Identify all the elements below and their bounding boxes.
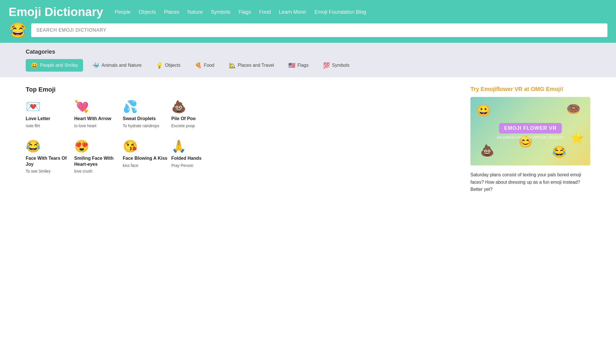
site-title: Emoji Dictionary <box>9 5 103 19</box>
emoji-card-7[interactable]: 🙏Folded HandsPray Person <box>171 139 217 175</box>
promo-float-emoji-4: ⭐ <box>570 131 584 145</box>
category-btn-0[interactable]: 😀People and Smiley <box>26 59 83 72</box>
category-label-1: Animals and Nature <box>101 63 142 68</box>
emoji-name-5: Smiling Face With Heart-eyes <box>74 155 120 167</box>
nav-learn[interactable]: Learn More! <box>279 9 307 15</box>
category-label-6: Symbols <box>332 63 349 68</box>
emoji-tags-0: note flirt <box>26 123 40 129</box>
emoji-icon-0: 💌 <box>26 100 41 114</box>
promo-title: Try Emojiflower VR at OMG Emoji! <box>470 86 590 92</box>
emoji-card-5[interactable]: 😍Smiling Face With Heart-eyeslove crush <box>74 139 120 175</box>
site-header: Emoji Dictionary PeopleObjectsPlacesNatu… <box>0 0 616 43</box>
emoji-name-6: Face Blowing A Kiss <box>123 155 167 161</box>
category-btn-2[interactable]: 💡Objects <box>151 59 186 72</box>
promo-float-emoji-3: 😂 <box>552 145 566 159</box>
category-btn-5[interactable]: 🇺🇸Flags <box>283 59 314 72</box>
category-label-2: Objects <box>165 63 180 68</box>
category-label-4: Places and Travel <box>238 63 274 68</box>
category-icon-1: 🐳 <box>92 62 99 69</box>
nav-places[interactable]: Places <box>164 9 180 15</box>
emoji-name-7: Folded Hands <box>171 155 202 161</box>
emoji-tags-1: to love heart <box>74 123 96 129</box>
category-label-0: People and Smiley <box>40 63 78 68</box>
category-btn-3[interactable]: 🍕Food <box>190 59 219 72</box>
emoji-name-4: Face With Tears Of Joy <box>26 155 71 167</box>
emoji-tags-6: kiss face <box>123 163 138 169</box>
emoji-tags-2: To hydrate raindrops <box>123 123 159 129</box>
category-icon-4: 🏡 <box>229 62 236 69</box>
emoji-name-0: Love Letter <box>26 116 50 122</box>
promo-label: EMOJI FLOWER VR <box>499 123 562 134</box>
emoji-icon-4: 😂 <box>26 139 41 153</box>
emoji-name-2: Sweat Droplets <box>123 116 156 122</box>
nav-people[interactable]: People <box>114 9 130 15</box>
nav-nature[interactable]: Nature <box>188 9 203 15</box>
nav-blog[interactable]: Emoji Foundation Blog <box>315 9 366 15</box>
emoji-tags-4: To see Smiley <box>26 168 51 174</box>
nav-food[interactable]: Food <box>259 9 271 15</box>
category-icon-3: 🍕 <box>195 62 202 69</box>
emoji-card-2[interactable]: 💦Sweat DropletsTo hydrate raindrops <box>123 100 168 129</box>
categories-list: 😀People and Smiley🐳Animals and Nature💡Ob… <box>26 59 590 72</box>
logo-emoji: 😂 <box>9 23 27 38</box>
nav-symbols[interactable]: Symbols <box>211 9 231 15</box>
promo-sublabel: AN EMOJI GAME IN VIRTUAL REALITY <box>497 135 564 139</box>
category-icon-0: 😀 <box>31 62 38 69</box>
emoji-name-3: Pile Of Poo <box>171 116 196 122</box>
promo-float-emoji-0: 😀 <box>476 104 491 117</box>
emoji-icon-5: 😍 <box>74 139 89 153</box>
search-input[interactable] <box>31 23 607 37</box>
main-content: Top Emoji 💌Love Letternote flirt💘Heart W… <box>0 77 616 205</box>
category-icon-2: 💡 <box>156 62 163 69</box>
emoji-icon-2: 💦 <box>123 100 138 114</box>
emoji-tags-7: Pray Person <box>171 163 193 169</box>
category-icon-5: 🇺🇸 <box>288 62 295 69</box>
emoji-icon-3: 💩 <box>171 100 186 114</box>
emoji-card-3[interactable]: 💩Pile Of PooExcrete poop <box>171 100 217 129</box>
emoji-grid: 💌Love Letternote flirt💘Heart With Arrowt… <box>26 100 459 174</box>
promo-float-emoji-2: 💩 <box>480 144 494 157</box>
category-label-3: Food <box>204 63 214 68</box>
emoji-card-6[interactable]: 😘Face Blowing A Kisskiss face <box>123 139 168 175</box>
emoji-tags-5: love crush <box>74 168 92 174</box>
promo-image[interactable]: EMOJI FLOWER VR AN EMOJI GAME IN VIRTUAL… <box>470 97 590 165</box>
emoji-section: Top Emoji 💌Love Letternote flirt💘Heart W… <box>26 86 459 193</box>
emoji-tags-3: Excrete poop <box>171 123 195 129</box>
category-icon-6: 💯 <box>323 62 330 69</box>
emoji-icon-6: 😘 <box>123 139 138 153</box>
category-btn-4[interactable]: 🏡Places and Travel <box>224 59 279 72</box>
categories-title: Catagories <box>26 48 590 55</box>
sidebar: Try Emojiflower VR at OMG Emoji! EMOJI F… <box>470 86 590 193</box>
promo-image-inner: EMOJI FLOWER VR AN EMOJI GAME IN VIRTUAL… <box>470 97 590 165</box>
emoji-name-1: Heart With Arrow <box>74 116 111 122</box>
categories-section: Catagories 😀People and Smiley🐳Animals an… <box>0 43 616 77</box>
emoji-card-1[interactable]: 💘Heart With Arrowto love heart <box>74 100 120 129</box>
emoji-icon-7: 🙏 <box>171 139 186 153</box>
emoji-icon-1: 💘 <box>74 100 89 114</box>
nav-flags[interactable]: Flags <box>239 9 251 15</box>
nav-objects[interactable]: Objects <box>138 9 156 15</box>
category-btn-1[interactable]: 🐳Animals and Nature <box>87 59 147 72</box>
top-emoji-title: Top Emoji <box>26 86 459 93</box>
emoji-card-4[interactable]: 😂Face With Tears Of JoyTo see Smiley <box>26 139 71 175</box>
category-label-5: Flags <box>297 63 309 68</box>
emoji-card-0[interactable]: 💌Love Letternote flirt <box>26 100 71 129</box>
main-nav: PeopleObjectsPlacesNatureSymbolsFlagsFoo… <box>114 9 366 15</box>
promo-text-block: Saturday plans consist of texting your p… <box>470 171 590 193</box>
category-btn-6[interactable]: 💯Symbols <box>318 59 355 72</box>
promo-float-emoji-1: 🍩 <box>566 102 581 116</box>
